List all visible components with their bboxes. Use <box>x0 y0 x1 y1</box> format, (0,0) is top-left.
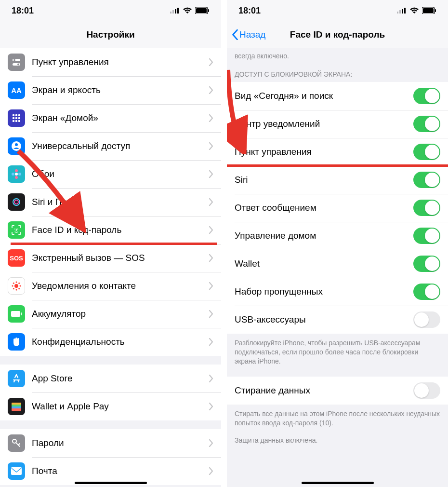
row-battery[interactable]: Аккумулятор <box>0 300 221 328</box>
reply-toggle[interactable] <box>413 200 440 216</box>
home-toggle[interactable] <box>413 228 440 244</box>
home-indicator <box>302 482 374 484</box>
cellular-icon <box>397 8 407 14</box>
appstore-icon <box>8 370 25 387</box>
row-appstore[interactable]: App Store <box>0 365 221 392</box>
today-toggle[interactable] <box>413 88 440 104</box>
erase-section: Стирание данных <box>227 377 448 405</box>
chevron-right-icon <box>209 439 213 447</box>
svg-point-37 <box>12 285 13 287</box>
row-label: USB-аксессуары <box>235 314 413 325</box>
chevron-right-icon <box>209 198 213 206</box>
display-icon: AA <box>8 81 25 99</box>
row-missed[interactable]: Набор пропущенных <box>227 278 448 306</box>
protection-text: Защита данных включена. <box>227 429 448 447</box>
annotation-underline <box>11 243 217 245</box>
row-usb[interactable]: USB-аксессуары <box>227 306 448 334</box>
page-title: Настройки <box>86 29 134 40</box>
control-toggle[interactable] <box>413 144 440 160</box>
svg-point-22 <box>15 173 18 176</box>
erase-toggle[interactable] <box>413 382 440 399</box>
row-display[interactable]: AAЭкран и яркость <box>0 76 221 104</box>
svg-point-26 <box>18 173 21 176</box>
row-wallet[interactable]: Wallet и Apple Pay <box>0 392 221 420</box>
row-label: Пароли <box>32 438 209 448</box>
notif-toggle[interactable] <box>413 116 440 132</box>
siri-toggle[interactable] <box>413 172 440 188</box>
svg-rect-2 <box>175 9 176 14</box>
svg-rect-42 <box>21 312 22 315</box>
row-erase[interactable]: Стирание данных <box>227 377 448 405</box>
row-control-center[interactable]: Пункт управления <box>0 48 221 76</box>
svg-rect-49 <box>397 12 398 14</box>
row-wallet[interactable]: Wallet <box>227 250 448 278</box>
svg-rect-1 <box>172 10 174 14</box>
row-label: Экстренный вызов — SOS <box>32 253 209 263</box>
row-today[interactable]: Вид «Сегодня» и поиск <box>227 82 448 110</box>
cellular-icon <box>170 8 180 14</box>
row-home[interactable]: Управление домом <box>227 222 448 250</box>
faceid-scroll[interactable]: всегда включено. ДОСТУП С БЛОКИРОВКОЙ ЭК… <box>227 48 448 487</box>
row-label: App Store <box>32 373 209 384</box>
row-exposure[interactable]: Уведомления о контакте <box>0 272 221 300</box>
back-button[interactable]: Назад <box>232 29 265 40</box>
chevron-right-icon <box>209 338 213 346</box>
row-label: Wallet <box>235 258 413 269</box>
settings-scroll[interactable]: Пункт управленияAAЭкран и яркостьЭкран «… <box>0 48 221 487</box>
svg-point-21 <box>15 143 18 146</box>
svg-point-36 <box>13 288 14 289</box>
row-accessibility[interactable]: Универсальный доступ <box>0 132 221 160</box>
svg-point-25 <box>12 173 14 176</box>
row-wallpaper[interactable]: Обои <box>0 160 221 188</box>
home-screen-icon <box>8 109 25 127</box>
row-reply[interactable]: Ответ сообщением <box>227 194 448 222</box>
svg-rect-5 <box>196 8 207 13</box>
accessibility-icon <box>8 137 25 155</box>
row-siri[interactable]: Siri <box>227 166 448 194</box>
erase-footer: Стирать все данные на этом iPhone после … <box>227 405 448 430</box>
passwords-icon <box>8 434 25 452</box>
usb-toggle[interactable] <box>413 311 440 328</box>
row-home-screen[interactable]: Экран «Домой» <box>0 104 221 132</box>
chevron-right-icon <box>209 86 213 94</box>
svg-rect-46 <box>12 408 21 411</box>
row-label: Wallet и Apple Pay <box>32 401 209 412</box>
home-indicator <box>75 482 147 484</box>
wallet-toggle[interactable] <box>413 256 440 272</box>
chevron-left-icon <box>232 29 238 40</box>
svg-point-34 <box>18 288 20 289</box>
lock-access-header: ДОСТУП С БЛОКИРОВКОЙ ЭКРАНА: <box>227 60 448 82</box>
chevron-right-icon <box>209 403 213 410</box>
control-center-icon <box>8 54 25 71</box>
chevron-right-icon <box>209 375 213 382</box>
svg-point-31 <box>17 229 18 230</box>
wallet-icon <box>8 398 25 415</box>
row-siri[interactable]: Siri и Поиск <box>0 188 221 216</box>
missed-toggle[interactable] <box>413 284 440 300</box>
row-mail[interactable]: Почта <box>0 457 221 485</box>
svg-rect-14 <box>13 117 14 119</box>
siri-icon <box>8 193 25 211</box>
svg-point-10 <box>17 64 19 66</box>
row-sos[interactable]: SOSЭкстренный вызов — SOS <box>0 244 221 272</box>
svg-point-32 <box>14 284 18 288</box>
wifi-icon <box>409 7 419 14</box>
svg-rect-3 <box>177 8 179 14</box>
row-passwords[interactable]: Пароли <box>0 429 221 457</box>
svg-rect-54 <box>423 8 434 13</box>
row-control[interactable]: Пункт управления <box>227 138 448 166</box>
row-notif[interactable]: Центр уведомлений <box>227 110 448 138</box>
svg-rect-51 <box>402 9 403 14</box>
row-privacy[interactable]: Конфиденциальность <box>0 328 221 356</box>
row-faceid[interactable]: Face ID и код-пароль <box>0 216 221 244</box>
svg-rect-17 <box>13 120 14 122</box>
row-label: Face ID и код-пароль <box>32 225 209 235</box>
svg-rect-48 <box>11 467 22 475</box>
row-label: Вид «Сегодня» и поиск <box>235 91 413 101</box>
row-label: Почта <box>32 466 209 476</box>
svg-point-38 <box>13 283 14 284</box>
chevron-right-icon <box>209 467 213 475</box>
privacy-icon <box>8 333 25 351</box>
settings-group-3: ПаролиПочта <box>0 429 221 485</box>
wallpaper-icon <box>8 165 25 183</box>
